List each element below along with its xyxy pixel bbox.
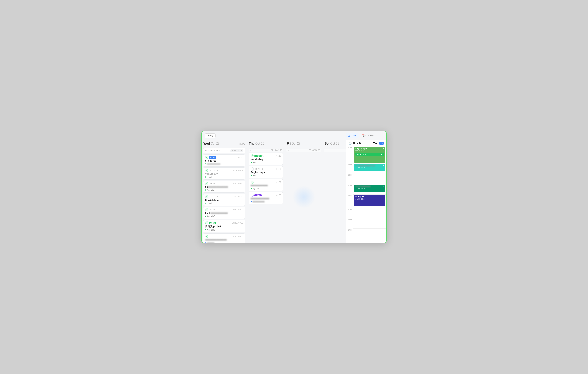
repeat-icon: ↻ xyxy=(216,170,218,172)
tag-dot xyxy=(251,162,252,163)
task-duration: 01:00 xyxy=(276,168,281,170)
task-card-blurred7[interactable]: ✓ 00:30 / 00:30 ■■■■■■■■■■■■■■■ ■■■■■■ xyxy=(203,234,245,243)
task-duration: 01:00 xyxy=(239,157,243,159)
time-label: 10:42 xyxy=(209,169,216,172)
time-label: 13:00 xyxy=(209,209,216,211)
time-slot-content-12 xyxy=(354,173,386,183)
time-badge: 15:00 xyxy=(254,194,262,196)
check-icon xyxy=(251,194,254,197)
time-slot-content-13: ✓ backlog■■■■■■■ 13:00 - 13:30 xyxy=(354,184,386,193)
tb-event-name-blurred: backlog■■■■■■■ xyxy=(355,185,384,187)
clock-icon: ⊙ xyxy=(326,149,327,151)
tasks-area: Wed Oct 25 Review ⊕ + Add a task 05:15 /… xyxy=(201,140,346,243)
thu-task-english[interactable]: 09:45 ↻ 01:00 English Input Habit xyxy=(249,166,283,178)
task-card-backlog[interactable]: ✓ 13:00 00:30 / 00:30 back■■■■■■■■■■■■ A… xyxy=(203,207,245,219)
task-duration: 00:30 / 00:30 xyxy=(232,222,243,224)
main-content: Wed Oct 25 Review ⊕ + Add a task 05:15 /… xyxy=(201,140,387,243)
time-slot-12: 12:00 xyxy=(346,173,387,184)
tab-tasks-label: Tasks xyxy=(351,134,357,137)
task-name: Vocabulary xyxy=(205,173,243,175)
thu-task-blurred[interactable]: 15:00 00:30 ■■■■■■■■■■■■■ ■■■■■■■■■■ xyxy=(249,192,283,204)
time-label: 11:00 xyxy=(209,182,216,185)
tag-dot xyxy=(251,188,252,189)
review-link[interactable]: Review xyxy=(238,143,245,145)
tab-tasks[interactable]: ⊞ Tasks xyxy=(346,133,359,138)
tb-event-time: 13:00 - 13:30 xyxy=(355,188,384,190)
tag-label: Agenda3 xyxy=(207,189,215,191)
task-tag: Agenda3 xyxy=(251,187,281,190)
time-label-12: 12:00 xyxy=(347,173,354,176)
time-slot-14: 14:00 ui bug fix 14:00 - 15:00 xyxy=(346,194,387,208)
task-card-zidingyi[interactable]: ✓ 08:00 00:30 / 00:30 自定义 project Agenda… xyxy=(203,220,245,233)
repeat-icon: ↻ xyxy=(262,168,263,170)
today-button[interactable]: Today xyxy=(205,133,216,138)
wed-header: Wed Oct 25 Review xyxy=(203,142,245,145)
tb-event-fix[interactable]: ✓ fix ■■■■■■■■■■■ bug 11:00 - 11:30 xyxy=(354,164,385,171)
tag-dot xyxy=(251,201,252,202)
time-slot-content-14: ui bug fix 14:00 - 15:00 xyxy=(354,194,386,207)
task-name: English Input xyxy=(251,171,281,174)
tag-label: Habit xyxy=(252,174,257,177)
time-label-11: 11:00 xyxy=(347,163,354,166)
task-tag: Habit xyxy=(251,174,281,177)
tag-label: Habit xyxy=(207,176,212,178)
more-options-icon[interactable]: ⋮ xyxy=(379,134,382,138)
tb-event-backlog[interactable]: ✓ backlog■■■■■■■ 13:00 - 13:30 xyxy=(354,184,385,192)
task-duration: 00:30 / 00:30 xyxy=(232,209,243,211)
task-name: fix■■■■■■■■■■■■■■ xyxy=(205,186,243,188)
fri-time-summary: 00:00 / 00:00 xyxy=(309,149,320,151)
sat-header: Sat Oct 28 xyxy=(324,142,346,145)
tag-label: Agenda3 xyxy=(252,187,261,190)
tag-label-blurred: ■■■■■■■■■■■ xyxy=(207,163,220,165)
task-card-vocabulary[interactable]: ✓ 10:42 ↻ 00:15 / 00:15 Vocabulary Habit xyxy=(203,168,245,180)
time-label-17: 17:00 xyxy=(347,228,354,231)
tasks-icon: ⊞ xyxy=(348,134,350,137)
task-duration: 00:30 / 00:30 xyxy=(232,235,243,238)
thu-task-vocabulary[interactable]: ✓ 09:15 ↻ 00:15 Vocabulary Habit xyxy=(249,153,283,165)
time-slot-17: 17:00 xyxy=(346,228,387,238)
tb-sub-event-vocab[interactable]: Vocabulary ✓ xyxy=(355,153,384,156)
tab-calendar[interactable]: 📅 Calendar xyxy=(359,133,377,138)
day-number-badge: 25 xyxy=(379,142,384,145)
time-slot-13: 13:00 ✓ backlog■■■■■■■ 13:00 - 13:30 xyxy=(346,184,387,194)
tab-calendar-label: Calendar xyxy=(365,134,375,137)
task-card-fix[interactable]: ✓ 11:00 00:30 / 00:30 fix■■■■■■■■■■■■■■ … xyxy=(203,181,245,193)
plus-circle-icon: ⊕ xyxy=(205,149,207,152)
clock-icon: 🕐 xyxy=(348,142,352,145)
repeat-icon: ↻ xyxy=(216,196,218,198)
tag-dot xyxy=(251,175,252,176)
tb-event-uibugfix[interactable]: ui bug fix 14:00 - 15:00 xyxy=(354,195,385,206)
tag-label: Agenda3 xyxy=(207,229,215,231)
thu-progress-wrap xyxy=(249,147,283,147)
tag-dot xyxy=(205,242,206,243)
thu-task-agenda[interactable]: ✓ 00:30 ■■■■■■■■■■■■ Agenda3 xyxy=(249,179,283,191)
task-card-uibugfix[interactable]: ✓ 14:00 01:00 ui bug fix ■■■■■■■■■■■ xyxy=(203,154,245,167)
tag-dot xyxy=(205,190,206,191)
top-bar-right: ⊞ Tasks 📅 Calendar ⋮ xyxy=(346,133,382,138)
add-task-row[interactable]: ⊕ + Add a task 05:15 / 04:15 xyxy=(203,148,245,153)
time-slot-10: 10:00 ✓ English Input 09:57 - 10:57 Voca… xyxy=(346,146,387,163)
sat-time-row: ⊙ 0 xyxy=(324,149,346,152)
tb-event-english[interactable]: ✓ English Input 09:57 - 10:57 Vocabulary… xyxy=(354,147,385,163)
thu-time-row: ⊙ 02:15 / 02:15 xyxy=(249,149,283,152)
task-duration: 00:30 xyxy=(276,181,281,183)
task-tag: ■■■■■■■■■■■ xyxy=(205,163,243,165)
timebox-scroll[interactable]: 10:00 ✓ English Input 09:57 - 10:57 Voca… xyxy=(346,146,387,243)
thu-column: Thu Oct 26 ⊙ 02:15 / 02:15 ✓ xyxy=(247,140,285,243)
tag-dot xyxy=(205,176,206,178)
time-slot-content-17 xyxy=(354,228,386,238)
tag-dot xyxy=(205,216,206,217)
time-slot-content-11: ✓ fix ■■■■■■■■■■■ bug 11:00 - 11:30 xyxy=(354,163,386,173)
fri-time-row: ⊙ 00:00 / 00:00 xyxy=(286,149,321,152)
tb-sub-label: Vocabulary xyxy=(357,153,366,155)
task-tag: Habit xyxy=(251,161,281,163)
tb-sub-check: ✓ xyxy=(381,153,382,155)
time-label-16: 16:00 xyxy=(347,218,354,221)
time-badge: 08:00 xyxy=(209,222,216,224)
clock-icon: ⊙ xyxy=(250,149,251,151)
check-icon: ✓ xyxy=(251,154,254,158)
task-card-english-input[interactable]: ✓ 09:57 ↻ 01:00 / 01:00 English Input Ha… xyxy=(203,194,245,206)
task-tag: Agenda3 xyxy=(205,229,243,231)
task-name: Vocabulary xyxy=(251,158,281,161)
time-label-14: 14:00 xyxy=(347,194,354,197)
